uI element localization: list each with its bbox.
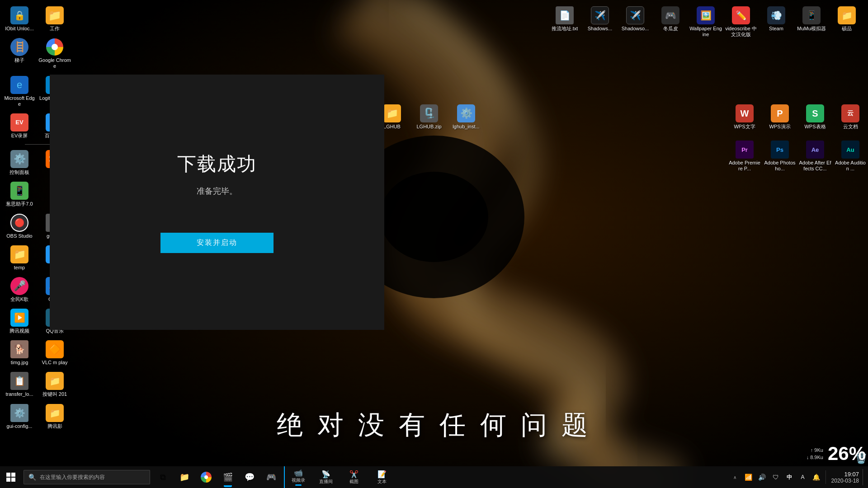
taskbar-app-video[interactable]: 🎬 bbox=[217, 466, 239, 488]
icon-label: timg.jpg bbox=[11, 360, 28, 366]
tray-volume[interactable]: 🔊 bbox=[756, 471, 769, 483]
desktop-icon-edge[interactable]: e Microsoft Edge bbox=[2, 73, 37, 110]
desktop-icon-mumu[interactable]: 📱 MuMu模拟器 bbox=[794, 4, 829, 40]
desktop-icon-videoscribe[interactable]: ✏️ videoscribe 中文汉化版 bbox=[723, 4, 759, 40]
lghub-folder-group: 📁 LGHUB 🗜️ LGHUB.zip ⚙️ lghub_inst... bbox=[374, 102, 484, 132]
icon-label: Google Chrome bbox=[38, 57, 71, 69]
desktop-icon-wps-pdf[interactable]: 云 云文档 bbox=[833, 102, 868, 132]
installer-subtitle: 准备完毕。 bbox=[197, 186, 237, 197]
icon-label: 按键叫 201 bbox=[42, 391, 67, 397]
desktop-icon-chrome[interactable]: Google Chrome bbox=[37, 35, 72, 72]
desktop-icon-wps-excel[interactable]: S WPS表格 bbox=[797, 102, 833, 132]
desktop-icon-control-panel[interactable]: ⚙️ 控制面板 bbox=[2, 147, 37, 178]
installer-dialog: 下载成功 准备完毕。 安装并启动 bbox=[50, 75, 384, 330]
desktop-icon-adobe-ps[interactable]: Ps Adobe Photosho... bbox=[762, 138, 797, 174]
desktop-icon-tencent-video[interactable]: ▶️ 腾讯视频 bbox=[2, 306, 37, 337]
desktop-icon-adobe-au[interactable]: Au Adobe Audition ... bbox=[833, 138, 868, 174]
live-label: 直播间 bbox=[319, 479, 333, 485]
start-button[interactable] bbox=[0, 466, 22, 488]
desktop-icon-shadowsocks2[interactable]: ✈️ Shadowso... bbox=[618, 4, 653, 40]
icon-label: transfer_lo... bbox=[5, 391, 33, 397]
desktop-icon-work[interactable]: 📁 工作 bbox=[37, 4, 72, 34]
icon-label: 葱思助手7.0 bbox=[6, 201, 33, 207]
desktop-icon-dizhi[interactable]: 📄 推流地址.txt bbox=[547, 4, 582, 40]
desktop-icon-quanguo[interactable]: 🎤 全民K歌 bbox=[2, 274, 37, 305]
desktop-icon-timg[interactable]: 🐕 timg.jpg bbox=[2, 338, 37, 368]
net-up: ↑ 9Ku bbox=[811, 446, 823, 454]
icon-label: temp bbox=[14, 265, 25, 271]
desktop-icon-obs[interactable]: 🔴 OBS Studio bbox=[2, 211, 37, 242]
desktop-icon-wps-ppt[interactable]: P WPS演示 bbox=[762, 102, 797, 132]
taskbar-text[interactable]: 📝 文本 bbox=[368, 466, 396, 488]
subtitle-overlay: 绝 对 没 有 任 何 问 题 bbox=[0, 408, 868, 443]
install-button[interactable]: 安装并启动 bbox=[160, 233, 274, 253]
video-recorder-icon: 📹 bbox=[294, 469, 303, 477]
tray-chevron[interactable]: ∧ bbox=[729, 471, 741, 483]
tray-ime[interactable]: 中 bbox=[783, 471, 796, 483]
taskbar-live[interactable]: 📡 直播间 bbox=[312, 466, 340, 488]
taskbar-pinned-apps: 📹 视频录 📡 直播间 ✂️ 截图 📝 文本 bbox=[284, 466, 396, 488]
tray-divider bbox=[826, 470, 826, 484]
text-icon: 📝 bbox=[377, 470, 387, 479]
desktop-icon-transfer[interactable]: 📋 transfer_lo... bbox=[2, 369, 37, 400]
icon-label: 腾讯视频 bbox=[9, 328, 29, 334]
desktop-icon-wallpaper-engine[interactable]: 🖼️ Wallpaper Engine bbox=[688, 4, 723, 40]
ime-icon: 中 bbox=[787, 474, 792, 481]
desktop-icon-adobe-ae[interactable]: Ae Adobe After Effects CC... bbox=[797, 138, 833, 174]
taskbar-app-explorer[interactable]: 📁 bbox=[174, 466, 195, 488]
desktop-clock-widget: ↑ 9Ku ↓ 8.9Ku 26% bbox=[807, 444, 866, 463]
video-recorder-label: 视频录 bbox=[292, 477, 305, 483]
chrome-taskbar-icon bbox=[201, 472, 212, 483]
text-label: 文本 bbox=[377, 479, 387, 485]
net-speed-widget: ↑ 9Ku ↓ 8.9Ku bbox=[807, 446, 823, 461]
desktop-icon-shuiyin[interactable]: 📁 硕品 bbox=[829, 4, 864, 40]
tray-ime-en[interactable]: A bbox=[797, 471, 809, 483]
desktop-icon-adobe-pr[interactable]: Pr Adobe Premiere P... bbox=[727, 138, 762, 174]
desktop-icon-iobit[interactable]: 🔒 IObit Unloc... bbox=[2, 4, 37, 34]
icon-label: VLC m play bbox=[42, 360, 68, 366]
desktop-icon-ev[interactable]: EV EV录屏 bbox=[2, 111, 37, 141]
live-icon: 📡 bbox=[321, 470, 330, 479]
icon-label: 控制面板 bbox=[9, 169, 29, 175]
system-clock[interactable]: 19:07 2020-03-18 bbox=[829, 471, 862, 484]
wechat-icon: 💬 bbox=[245, 472, 255, 482]
desktop-icon-shadowsocks1[interactable]: ✈️ Shadows... bbox=[582, 4, 618, 40]
svg-point-2 bbox=[380, 172, 488, 262]
taskbar-screenshot[interactable]: ✂️ 截图 bbox=[340, 466, 368, 488]
desktop-icon-lghub-inst[interactable]: ⚙️ lghub_inst... bbox=[448, 102, 484, 132]
running-indicator bbox=[224, 486, 231, 487]
taskbar-video-recorder[interactable]: 📹 视频录 bbox=[284, 466, 312, 488]
desktop-icon-lghub-zip[interactable]: 🗜️ LGHUB.zip bbox=[411, 102, 447, 132]
right-icons-row1: 📄 推流地址.txt ✈️ Shadows... ✈️ Shadowso... … bbox=[543, 0, 868, 44]
desktop-icon-anjian[interactable]: 📁 按键叫 201 bbox=[37, 369, 72, 400]
desktop-icon-temp[interactable]: 📁 temp bbox=[2, 243, 37, 273]
subtitle-text: 绝 对 没 有 任 何 问 题 bbox=[277, 410, 592, 439]
show-desktop[interactable] bbox=[863, 469, 864, 485]
taskbar: 🔍 在这里输入你要搜索的内容 ⧉ 📁 🎬 💬 🎮 bbox=[0, 466, 868, 488]
notification-icon: 🔔 bbox=[812, 474, 820, 481]
video-icon: 🎬 bbox=[223, 472, 233, 482]
desktop-icon-wps-writer[interactable]: W WPS文字 bbox=[727, 102, 762, 132]
taskbar-app-taskview[interactable]: ⧉ bbox=[152, 466, 174, 488]
screenshot-label: 截图 bbox=[349, 479, 359, 485]
taskbar-search[interactable]: 🔍 在这里输入你要搜索的内容 bbox=[24, 470, 150, 484]
explorer-icon: 📁 bbox=[179, 472, 189, 482]
taskbar-app-logitech[interactable]: 🎮 bbox=[260, 466, 282, 488]
desktop-icon-siyuan[interactable]: 📱 葱思助手7.0 bbox=[2, 179, 37, 210]
icon-label: Microsoft Edge bbox=[3, 95, 36, 107]
desktop-icon-vlc[interactable]: 🔶 VLC m play bbox=[37, 338, 72, 368]
wps-group: W WPS文字 P WPS演示 S WPS表格 云 云文档 bbox=[727, 102, 868, 132]
desktop-icon-steam[interactable]: 💨 Steam bbox=[759, 4, 794, 40]
clock-date: 2020-03-18 bbox=[831, 478, 859, 484]
windows-icon bbox=[6, 473, 15, 482]
taskbar-app-wechat[interactable]: 💬 bbox=[239, 466, 260, 488]
tray-notification[interactable]: 🔔 bbox=[810, 471, 823, 483]
screenshot-icon: ✂️ bbox=[349, 470, 359, 479]
desktop-icon-ladder[interactable]: 🪜 梯子 bbox=[2, 35, 37, 72]
taskbar-app-chrome[interactable] bbox=[195, 466, 217, 488]
icon-label: EV录屏 bbox=[11, 133, 28, 139]
tray-shield[interactable]: 🛡 bbox=[769, 471, 782, 483]
desktop-icon-donguapi[interactable]: 🎮 冬瓜皮 bbox=[653, 4, 688, 40]
tray-network[interactable]: 📶 bbox=[742, 471, 755, 483]
adobe-group: Pr Adobe Premiere P... Ps Adobe Photosho… bbox=[727, 138, 868, 174]
